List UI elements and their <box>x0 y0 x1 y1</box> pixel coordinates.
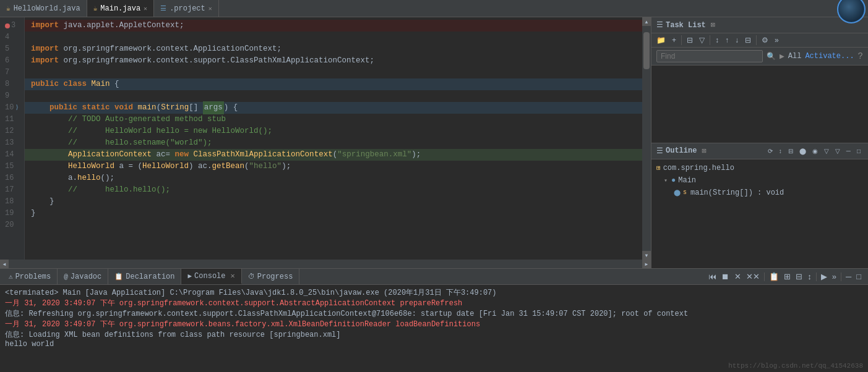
console-output: hello world <box>5 340 863 349</box>
tab-helloworld[interactable]: ☕ HelloWorld.java <box>0 0 87 17</box>
close-tab-project[interactable]: ✕ <box>208 5 212 12</box>
tab-main[interactable]: ☕ Main.java ✕ <box>87 0 154 17</box>
tab-declaration[interactable]: 📋 Declaration <box>108 269 181 284</box>
columns-btn[interactable]: ⊟ <box>684 35 695 46</box>
sep2 <box>816 273 817 281</box>
editor-vertical-scrollbar[interactable]: ▲ ▼ <box>642 17 651 260</box>
code-line-20 <box>25 219 642 231</box>
sep3 <box>841 273 841 281</box>
help-icon[interactable]: ? <box>858 51 863 61</box>
scroll-right-btn[interactable]: ▶ <box>642 260 651 268</box>
tab-main-label: Main.java <box>100 4 140 13</box>
new-folder-btn[interactable]: 📁 <box>654 35 668 46</box>
scroll-up-btn[interactable]: ▲ <box>642 17 651 26</box>
down-btn[interactable]: ↓ <box>733 35 741 46</box>
editor-panel: 3 4 5 6 7 8 9 10 ⟩ 11 12 13 14 15 <box>0 17 651 268</box>
activate-btn[interactable]: Activate... <box>805 52 854 61</box>
console-toolbar-btn5[interactable]: 📋 <box>767 271 781 282</box>
code-line-7 <box>25 67 642 78</box>
task-list-menu-icon: ⊠ <box>711 20 715 30</box>
outline-btn5[interactable]: ◉ <box>810 146 820 156</box>
up-btn[interactable]: ↑ <box>723 35 731 46</box>
scroll-down-btn[interactable]: ▼ <box>642 251 651 260</box>
settings-btn[interactable]: ⚙ <box>759 35 771 46</box>
tab-problems[interactable]: ⚠ Problems <box>2 269 58 284</box>
tab-project-label: .project <box>170 4 205 13</box>
code-area[interactable]: import java.applet.AppletContext; import… <box>25 17 642 260</box>
outline-class-label: Main <box>678 176 696 185</box>
console-line-2: 信息: Refreshing org.springframework.conte… <box>5 308 863 319</box>
outline-btn3[interactable]: ⊟ <box>786 146 796 156</box>
code-line-17: // hello.hello(); <box>25 184 642 196</box>
avatar-image <box>839 0 864 22</box>
outline-item-method[interactable]: ⬤ s main(String[]) : void <box>651 187 868 199</box>
watermark: https://blog.csdn.net/qq_41542638 <box>728 362 863 370</box>
new-task-btn[interactable]: + <box>669 35 679 46</box>
console-toolbar-btn7[interactable]: ⊟ <box>794 271 804 282</box>
console-toolbar-btn2[interactable]: ⏹ <box>720 271 731 282</box>
close-console-btn[interactable]: ✕ <box>231 271 235 281</box>
console-toolbar-btn8[interactable]: ↕ <box>806 271 814 282</box>
tab-bar: ☕ HelloWorld.java ☕ Main.java ✕ ☰ .proje… <box>0 0 868 17</box>
console-toolbar-btn1[interactable]: ⏮ <box>707 271 718 282</box>
task-list-icon: ☰ <box>656 20 663 30</box>
tab-javadoc[interactable]: @ Javadoc <box>58 269 108 284</box>
outline-btn1[interactable]: ⟳ <box>765 146 775 156</box>
more-btn[interactable]: » <box>772 35 781 46</box>
console-toolbar-btn9[interactable]: » <box>830 271 838 282</box>
scroll-left-btn[interactable]: ◀ <box>0 260 9 268</box>
outline-btn7[interactable]: ▽ <box>833 146 843 156</box>
console-content[interactable]: <terminated> Main [Java Application] C:\… <box>0 285 868 372</box>
task-list-toolbar: 📁 + ⊟ ▽ ↕ ↑ ↓ ⊟ ⚙ » <box>651 33 868 48</box>
scroll-thumb[interactable] <box>643 32 650 69</box>
code-line-3: import java.applet.AppletContext; <box>25 20 642 32</box>
console-minimize-btn[interactable]: ─ <box>844 271 853 282</box>
console-toolbar-btn6[interactable]: ⊞ <box>782 271 793 282</box>
outline-btn4[interactable]: ⬤ <box>797 146 809 156</box>
declaration-icon: 📋 <box>114 273 123 281</box>
line-num-10: 10 ⟩ <box>5 102 19 114</box>
filter-all-label: All <box>788 52 802 61</box>
outline-icon: ☰ <box>656 146 663 156</box>
code-line-8: public class Main { <box>25 78 642 90</box>
console-maximize-btn[interactable]: □ <box>854 271 863 282</box>
console-toolbar-newconsole[interactable]: ▶ <box>819 271 829 282</box>
tab-declaration-label: Declaration <box>126 273 174 281</box>
tab-console[interactable]: ▶ Console ✕ <box>181 269 241 284</box>
outline-item-package[interactable]: ⊞ com.spring.hello <box>651 162 868 174</box>
code-line-13: // hello.setname("world"); <box>25 137 642 149</box>
superscript-s: s <box>683 189 687 196</box>
tab-progress[interactable]: ⏱ Progress <box>242 269 300 284</box>
tab-project[interactable]: ☰ .project ✕ <box>154 0 219 17</box>
bottom-toolbar: ⏮ ⏹ ✕ ✕✕ 📋 ⊞ ⊟ ↕ ▶ » ─ □ <box>707 271 866 282</box>
task-list-body <box>651 66 868 143</box>
right-panel: ☰ Task List ⊠ 📁 + ⊟ ▽ ↕ ↑ ↓ ⊟ ⚙ <box>651 17 868 268</box>
console-line-1: 一月 31, 2020 3:49:07 下午 org.springframewo… <box>5 298 863 308</box>
close-tab-main[interactable]: ✕ <box>144 5 147 12</box>
java-icon: ☕ <box>6 4 11 12</box>
outline-btn6[interactable]: ▽ <box>822 146 831 156</box>
filter-btn[interactable]: ▽ <box>697 35 707 46</box>
sep2 <box>710 35 710 45</box>
console-toolbar-btn4[interactable]: ✕✕ <box>744 271 762 282</box>
outline-title: Outline <box>666 146 697 155</box>
sep3 <box>756 35 757 45</box>
console-toolbar-btn3[interactable]: ✕ <box>733 271 743 282</box>
outline-maximize[interactable]: □ <box>854 146 863 156</box>
outline-header: ☰ Outline ⊠ ⟳ ↕ ⊟ ⬤ ◉ ▽ ▽ ─ □ <box>651 143 868 159</box>
code-line-16: a.hello(); <box>25 172 642 184</box>
line-num-3: 3 <box>5 20 19 32</box>
outline-item-class[interactable]: ▾ ● Main <box>651 174 868 187</box>
outline-btn2[interactable]: ↕ <box>776 146 784 156</box>
javadoc-icon: @ <box>64 273 68 281</box>
scroll-track[interactable] <box>642 26 651 251</box>
package-icon: ⊞ <box>656 164 661 172</box>
editor-horizontal-scrollbar[interactable]: ◀ ▶ <box>0 260 651 268</box>
tab-helloworld-label: HelloWorld.java <box>14 4 80 13</box>
task-search-input[interactable] <box>656 50 763 62</box>
sort-btn[interactable]: ↕ <box>713 35 721 46</box>
outline-minimize[interactable]: ─ <box>844 146 853 156</box>
collapse-btn[interactable]: ⊟ <box>742 35 754 46</box>
code-line-5: import org.springframework.context.Appli… <box>25 43 642 55</box>
outline-body: ⊞ com.spring.hello ▾ ● Main ⬤ s main(Str… <box>651 159 868 269</box>
